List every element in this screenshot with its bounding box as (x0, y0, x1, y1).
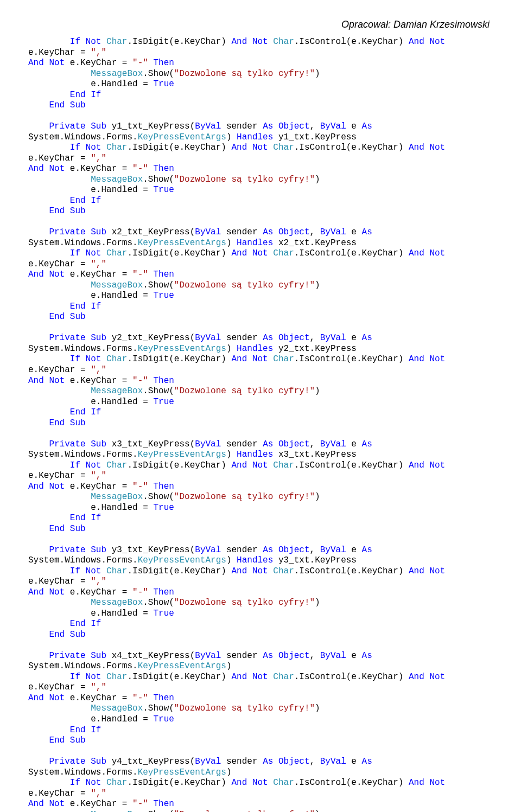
code-block: If Not Char.IsDigit(e.KeyChar) And Not C… (28, 37, 493, 812)
page: Opracował: Damian Krzesimowski If Not Ch… (0, 0, 521, 812)
page-header: Opracował: Damian Krzesimowski (28, 19, 493, 30)
